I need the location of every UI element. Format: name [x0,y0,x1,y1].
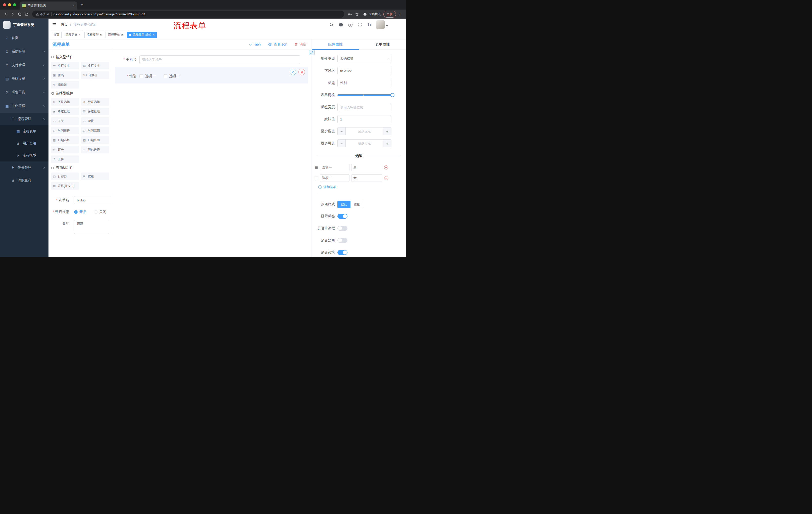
style-default-button[interactable]: 默认 [338,201,350,208]
fullscreen-icon[interactable] [357,22,362,27]
component-item[interactable]: ▢行容器 [51,172,79,180]
form-canvas[interactable]: 手机号 [111,50,312,257]
component-item[interactable]: ◑颜色选择 [81,146,109,154]
component-item[interactable]: ⋔级联选择 [81,98,109,106]
close-icon[interactable]: × [121,33,123,36]
sidebar-item-process-form[interactable]: ▥ 流程表单 [0,125,49,137]
bookmark-star-icon[interactable] [353,10,360,18]
show-label-switch[interactable] [338,214,347,219]
sidebar-item-infrastructure[interactable]: ▤ 基础设施 [0,72,49,85]
save-button[interactable]: 保存 [249,42,261,47]
component-item[interactable]: ◉单选框组 [51,108,79,115]
component-item[interactable]: ✎编辑器 [51,81,79,88]
github-icon[interactable] [339,22,343,27]
sidebar-item-task-management[interactable]: ⚑ 任务管理 [0,161,49,174]
close-icon[interactable]: × [79,33,81,36]
font-size-icon[interactable]: TT [367,22,371,27]
component-item[interactable]: ◶时间范围 [81,127,109,134]
user-avatar[interactable] [376,20,388,29]
sidebar-item-user-group[interactable]: ♟ 用户分组 [0,137,49,150]
maximize-window-button[interactable] [13,3,16,6]
not-secure-warning[interactable]: 不安全 [36,12,49,16]
label-width-input[interactable] [338,103,392,111]
back-icon[interactable] [2,10,9,18]
tab-close-icon[interactable]: × [73,3,75,7]
title-input[interactable] [338,79,392,87]
home-icon[interactable] [23,10,30,18]
field-name-input[interactable] [338,67,392,75]
default-value-input[interactable] [338,115,392,123]
form-grid-slider[interactable] [338,91,393,99]
delete-component-button[interactable] [298,69,305,75]
help-icon[interactable]: ? [348,23,352,27]
drag-handle-icon[interactable]: ☰ [315,165,318,169]
component-type-select[interactable]: 多选框组 [338,55,392,63]
slider-handle[interactable] [390,93,395,97]
tab-form-properties[interactable]: 表单属性 [359,39,406,50]
remove-option-icon[interactable] [384,176,388,180]
decrease-button[interactable]: − [338,140,346,147]
reload-icon[interactable] [16,10,23,18]
selected-component[interactable]: 性别 选项一 选项二 [115,67,308,83]
form-name-input[interactable] [74,196,111,204]
remark-textarea[interactable]: 嘿嘿 [74,220,109,234]
component-item[interactable]: ▭单行文本 [51,62,79,70]
close-icon[interactable]: × [153,33,155,36]
password-key-icon[interactable] [346,10,353,18]
clear-button[interactable]: 清空 [294,42,307,47]
copy-component-button[interactable] [290,69,296,75]
component-item[interactable]: 123计数器 [81,72,109,79]
component-item[interactable]: ◷时间选择 [51,127,79,134]
close-window-button[interactable] [3,3,6,6]
component-item[interactable]: ▦表格[开发中] [51,182,79,190]
phone-form-item[interactable]: 手机号 [115,55,308,64]
option-name-input[interactable] [320,174,349,182]
disabled-switch[interactable] [338,238,347,243]
sidebar-item-process-management[interactable]: ☰ 流程管理 [0,113,49,125]
sidebar-item-system-management[interactable]: ⚙ 系统管理 [0,45,49,58]
style-button-button[interactable]: 按钮 [350,201,363,208]
link-icon[interactable] [309,50,315,55]
increase-button[interactable]: + [383,140,391,147]
option-value-input[interactable] [351,174,382,182]
component-item[interactable]: ☆评分 [51,146,79,154]
sidebar-item-process-model[interactable]: ➤ 流程模型 [0,150,49,161]
search-icon[interactable] [329,22,334,27]
component-item[interactable]: ⊞按钮 [81,172,109,180]
browser-menu-icon[interactable]: ⋮ [398,12,402,17]
tab-component-properties[interactable]: 组件属性 [312,39,359,50]
component-item[interactable]: ▤多行文本 [81,62,109,70]
sidebar-item-leave-query[interactable]: ♟ 请假查询 [0,174,49,187]
required-switch[interactable] [338,250,347,255]
component-item[interactable]: ⊶开关 [51,117,79,125]
update-button[interactable]: 更新 [383,11,396,18]
remove-option-icon[interactable] [384,165,388,169]
component-item[interactable]: ▦日期选择 [51,136,79,144]
sidebar-item-home[interactable]: ⌂ 首页 [0,31,49,45]
component-item[interactable]: ☑多选框组 [81,108,109,115]
minimize-window-button[interactable] [8,3,11,6]
phone-input[interactable] [140,55,300,64]
border-switch[interactable] [338,226,347,231]
forward-icon[interactable] [9,10,16,18]
address-bar[interactable]: 不安全 dashboard.yudao.iocoder.cn/bpm/manag… [32,10,344,18]
status-off-radio[interactable]: 关闭 [94,210,106,214]
option-name-input[interactable] [320,164,349,171]
min-select-placeholder[interactable]: 至少应选 [346,128,383,135]
sidebar-item-workflow[interactable]: ▦ 工作流程 [0,99,49,113]
tagview-item[interactable]: 流程模型 × [84,32,104,38]
component-item[interactable]: ▧日期范围 [81,136,109,144]
component-item[interactable]: ⊙下拉选择 [51,98,79,106]
gender-option-2-checkbox[interactable]: 选项二 [164,74,180,78]
sidebar-item-payment-management[interactable]: ¥ 支付管理 [0,58,49,72]
view-json-button[interactable]: 查看json [268,42,287,47]
increase-button[interactable]: + [383,128,391,135]
option-value-input[interactable] [351,164,382,171]
gender-option-1-checkbox[interactable]: 选项一 [140,74,155,78]
component-item[interactable]: ↥上传 [51,155,79,163]
tagview-item-active[interactable]: 流程表单-编辑 × [127,32,157,38]
tagview-item[interactable]: 首页 [51,32,62,38]
add-option-button[interactable]: 添加选项 [318,185,401,189]
new-tab-button[interactable]: + [80,2,83,8]
drag-handle-icon[interactable]: ☰ [315,176,318,180]
